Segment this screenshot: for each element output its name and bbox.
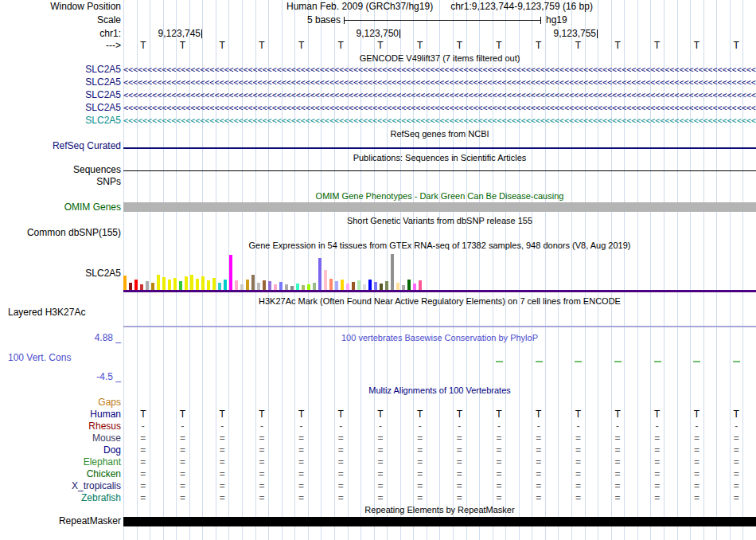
publications-title[interactable]: Publications: Sequences in Scientific Ar…: [123, 153, 756, 163]
conservation-label[interactable]: 100 Vert. Cons: [8, 353, 71, 363]
gencode-gene-label[interactable]: SLC2A5: [0, 90, 121, 100]
gtex-tissue-bar[interactable]: [218, 283, 221, 290]
gtex-tissue-bar[interactable]: [185, 276, 188, 290]
alignment-row[interactable]: ================: [123, 469, 756, 479]
gencode-gene-label[interactable]: SLC2A5: [0, 77, 121, 88]
gencode-transcript-arrows[interactable]: <<<<<<<<<<<<<<<<<<<<<<<<<<<<<<<<<<<<<<<<…: [123, 77, 756, 88]
gtex-tissue-bar[interactable]: [235, 280, 238, 290]
gtex-tissue-bar[interactable]: [413, 284, 416, 290]
gtex-tissue-bar[interactable]: [352, 282, 355, 290]
gtex-tissue-bar[interactable]: [368, 280, 372, 290]
omim-genes-label[interactable]: OMIM Genes: [0, 202, 121, 213]
gtex-tissue-bar[interactable]: [313, 283, 316, 290]
gtex-bars[interactable]: [123, 253, 756, 290]
species-label-rhesus[interactable]: Rhesus: [0, 421, 121, 432]
gtex-tissue-bar[interactable]: [162, 277, 166, 290]
snps-label[interactable]: SNPs: [0, 177, 121, 187]
gtex-tissue-bar[interactable]: [335, 281, 338, 290]
repeatmasker-track-bar[interactable]: [123, 517, 756, 526]
species-label-mouse[interactable]: Mouse: [0, 433, 121, 444]
h3k27ac-title[interactable]: H3K27Ac Mark (Often Found Near Active Re…: [123, 296, 756, 307]
gtex-tissue-bar[interactable]: [324, 270, 327, 290]
gencode-gene-label[interactable]: SLC2A5: [0, 115, 121, 126]
gtex-tissue-bar[interactable]: [179, 281, 182, 290]
gtex-tissue-bar[interactable]: [168, 280, 171, 290]
gtex-tissue-bar[interactable]: [229, 255, 232, 290]
gtex-tissue-bar[interactable]: [279, 282, 283, 290]
alignment-row[interactable]: ================: [123, 493, 756, 503]
species-label-gaps[interactable]: Gaps: [0, 397, 121, 408]
alignment-row[interactable]: ================: [123, 433, 756, 444]
refseq-curated-label[interactable]: RefSeq Curated: [0, 141, 121, 151]
gtex-tissue-bar[interactable]: [201, 276, 205, 290]
gtex-tissue-bar[interactable]: [263, 280, 266, 290]
species-label-x_tropicalis[interactable]: X_tropicalis: [0, 481, 121, 491]
gtex-tissue-bar[interactable]: [329, 279, 333, 290]
gtex-gene-model-line[interactable]: [123, 290, 756, 292]
h3k27ac-baseline[interactable]: [123, 326, 756, 327]
gtex-tissue-bar[interactable]: [296, 284, 299, 290]
gtex-tissue-bar[interactable]: [318, 258, 321, 290]
repeatmasker-title[interactable]: Repeating Elements by RepeatMasker: [123, 505, 756, 515]
gtex-tissue-bar[interactable]: [307, 284, 310, 290]
dbsnp-label[interactable]: Common dbSNP(155): [0, 228, 121, 238]
gtex-tissue-bar[interactable]: [146, 281, 149, 290]
species-label-chicken[interactable]: Chicken: [0, 469, 121, 479]
gtex-tissue-bar[interactable]: [196, 279, 199, 290]
gtex-tissue-bar[interactable]: [129, 283, 132, 290]
gtex-tissue-bar[interactable]: [396, 283, 399, 290]
alignment-row[interactable]: ----------------: [123, 421, 756, 432]
multiz-title[interactable]: Multiz Alignments of 100 Vertebrates: [123, 385, 756, 396]
alignment-row[interactable]: ================: [123, 481, 756, 491]
omim-track-bar[interactable]: [123, 202, 756, 212]
gtex-tissue-bar[interactable]: [134, 280, 138, 290]
gtex-tissue-bar[interactable]: [268, 281, 271, 290]
gtex-tissue-bar[interactable]: [357, 280, 360, 290]
gtex-tissue-bar[interactable]: [285, 284, 288, 290]
gtex-tissue-bar[interactable]: [419, 280, 422, 290]
gtex-tissue-bar[interactable]: [257, 283, 260, 290]
phylop-title[interactable]: 100 vertebrates Basewise Conservation by…: [123, 333, 756, 343]
gtex-tissue-bar[interactable]: [380, 284, 383, 290]
gtex-tissue-bar[interactable]: [363, 284, 366, 290]
gtex-tissue-bar[interactable]: [140, 284, 143, 290]
gtex-tissue-bar[interactable]: [246, 280, 249, 290]
refseq-title[interactable]: RefSeq genes from NCBI: [123, 129, 756, 139]
gtex-tissue-bar[interactable]: [385, 281, 388, 290]
species-label-elephant[interactable]: Elephant: [0, 457, 121, 468]
alignment-row[interactable]: ================: [123, 457, 756, 468]
gencode-transcript-arrows[interactable]: <<<<<<<<<<<<<<<<<<<<<<<<<<<<<<<<<<<<<<<<…: [123, 65, 756, 75]
gencode-gene-label[interactable]: SLC2A5: [0, 103, 121, 113]
gencode-transcript-arrows[interactable]: <<<<<<<<<<<<<<<<<<<<<<<<<<<<<<<<<<<<<<<<…: [123, 103, 756, 113]
sequences-label[interactable]: Sequences: [0, 165, 121, 175]
species-label-dog[interactable]: Dog: [0, 445, 121, 456]
species-label-human[interactable]: Human: [0, 409, 121, 420]
gtex-tissue-bar[interactable]: [151, 283, 154, 290]
sequences-track-line[interactable]: [123, 170, 756, 171]
gtex-tissue-bar[interactable]: [374, 282, 377, 290]
gtex-tissue-bar[interactable]: [274, 284, 277, 290]
gencode-transcript-arrows[interactable]: <<<<<<<<<<<<<<<<<<<<<<<<<<<<<<<<<<<<<<<<…: [123, 115, 756, 126]
refseq-track-line[interactable]: [123, 147, 756, 149]
gtex-gene-label[interactable]: SLC2A5: [0, 268, 121, 279]
repeatmasker-label[interactable]: RepeatMasker: [0, 516, 121, 526]
gtex-tissue-bar[interactable]: [207, 280, 210, 290]
gtex-tissue-bar[interactable]: [224, 280, 227, 290]
gtex-title[interactable]: Gene Expression in 54 tissues from GTEx …: [123, 241, 756, 251]
gtex-tissue-bar[interactable]: [212, 278, 216, 290]
alignment-row[interactable]: TTTTTTTTTTTTTTTT: [123, 409, 756, 420]
gencode-title[interactable]: GENCODE V49lift37 (7 items filtered out): [123, 53, 756, 64]
gtex-tissue-bar[interactable]: [251, 275, 255, 290]
alignment-row[interactable]: ================: [123, 445, 756, 456]
gtex-tissue-bar[interactable]: [407, 280, 411, 290]
gtex-tissue-bar[interactable]: [391, 254, 394, 290]
gtex-tissue-bar[interactable]: [240, 284, 244, 290]
gtex-tissue-bar[interactable]: [346, 284, 349, 290]
gtex-tissue-bar[interactable]: [190, 275, 193, 290]
gtex-tissue-bar[interactable]: [173, 278, 177, 290]
gtex-tissue-bar[interactable]: [341, 280, 344, 290]
species-label-zebrafish[interactable]: Zebrafish: [0, 493, 121, 503]
h3k27ac-label[interactable]: Layered H3K27Ac: [8, 307, 85, 318]
gtex-tissue-bar[interactable]: [123, 276, 127, 290]
gencode-gene-label[interactable]: SLC2A5: [0, 65, 121, 75]
